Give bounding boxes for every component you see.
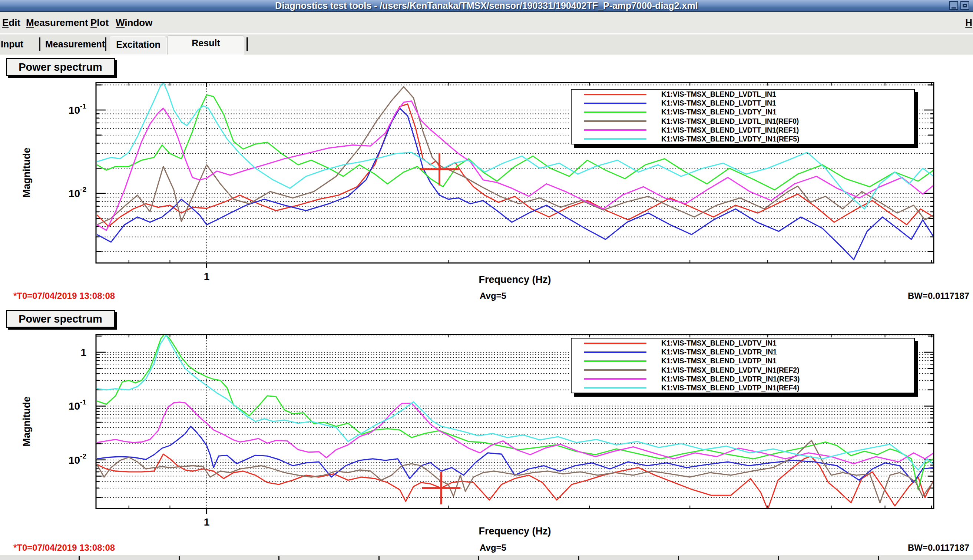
- plot2-ylabel: Magnitude: [21, 397, 33, 447]
- strip-tick: [778, 556, 779, 560]
- legend-channel-name: K1:VIS-TMSX_BLEND_LVDTL_IN1(REF0): [661, 117, 799, 125]
- maximize-button[interactable]: [960, 1, 969, 10]
- strip-tick: [878, 556, 879, 560]
- strip-tick: [179, 556, 180, 560]
- y-axis-label: 1: [80, 347, 86, 358]
- legend-channel-name: K1:VIS-TMSX_BLEND_LVDTP_IN1(REF4): [661, 384, 799, 392]
- plot1-ylabel: Magnitude: [21, 148, 33, 198]
- plot2-legend[interactable]: K1:VIS-TMSX_BLEND_LVDTV_IN1K1:VIS-TMSX_B…: [571, 338, 915, 393]
- title-bar[interactable]: Diagnostics test tools - /users/KenTanak…: [0, 0, 973, 12]
- legend-channel-name: K1:VIS-TMSX_BLEND_LVDTT_IN1(REF1): [661, 126, 799, 135]
- legend-entry[interactable]: K1:VIS-TMSX_BLEND_LVDTR_IN1: [572, 348, 914, 356]
- legend-channel-name: K1:VIS-TMSX_BLEND_LVDTR_IN1: [661, 348, 777, 356]
- legend-line-sample: [584, 112, 647, 113]
- legend-entry[interactable]: K1:VIS-TMSX_BLEND_LVDTT_IN1(REF1): [572, 126, 914, 135]
- tab-result-label: Result: [168, 38, 244, 48]
- legend-line-sample: [584, 138, 647, 140]
- menu-measurement[interactable]: Measurement: [26, 17, 88, 28]
- y-axis-label: 10-2: [69, 185, 86, 199]
- legend-entry[interactable]: K1:VIS-TMSX_BLEND_LVDTT_IN1: [572, 99, 914, 107]
- minimize-icon: [951, 7, 956, 8]
- legend-entry[interactable]: K1:VIS-TMSX_BLEND_LVDTY_IN1(REF5): [572, 135, 914, 143]
- plot2-avg: Avg=5: [480, 543, 507, 553]
- tab-input[interactable]: Input: [1, 39, 23, 50]
- plot1-t0-stamp: *T0=07/04/2019 13:08:08: [13, 291, 115, 301]
- tab-measurement[interactable]: Measurement: [45, 39, 105, 50]
- tab-separator: [39, 37, 40, 51]
- legend-entry[interactable]: K1:VIS-TMSX_BLEND_LVDTL_IN1(REF0): [572, 117, 914, 125]
- plot2-t0-stamp: *T0=07/04/2019 13:08:08: [13, 543, 115, 553]
- tab-bar: Input Measurement Excitation Result: [0, 35, 973, 55]
- legend-line-sample: [584, 352, 647, 353]
- x-axis-label: 1: [204, 516, 210, 528]
- plot2-xlabel: Frequency (Hz): [478, 525, 551, 537]
- plot1-title-pave: Power spectrum: [6, 58, 115, 76]
- legend-channel-name: K1:VIS-TMSX_BLEND_LVDTV_IN1(REF2): [661, 366, 799, 375]
- legend-line-sample: [584, 378, 647, 380]
- legend-line-sample: [584, 129, 647, 131]
- tab-result-selected[interactable]: Result: [167, 35, 244, 55]
- legend-line-sample: [584, 94, 647, 95]
- legend-line-sample: [584, 360, 647, 362]
- legend-channel-name: K1:VIS-TMSX_BLEND_LVDTP_IN1: [661, 357, 777, 365]
- tab-separator: [105, 37, 106, 51]
- legend-line-sample: [584, 120, 647, 122]
- legend-entry[interactable]: K1:VIS-TMSX_BLEND_LVDTP_IN1(REF4): [572, 384, 914, 392]
- legend-line-sample: [584, 343, 647, 344]
- y-axis-label: 10-2: [69, 452, 86, 466]
- y-axis-label: 10-1: [69, 398, 86, 412]
- plot2-bw: BW=0.0117187: [908, 543, 969, 553]
- bottom-panel-edge: [0, 553, 973, 560]
- legend-channel-name: K1:VIS-TMSX_BLEND_LVDTY_IN1(REF5): [661, 135, 799, 143]
- strip-tick: [478, 556, 479, 560]
- legend-channel-name: K1:VIS-TMSX_BLEND_LVDTV_IN1: [661, 339, 777, 347]
- tab-excitation-label: Excitation: [110, 39, 166, 50]
- legend-entry[interactable]: K1:VIS-TMSX_BLEND_LVDTR_IN1(REF3): [572, 375, 914, 383]
- legend-channel-name: K1:VIS-TMSX_BLEND_LVDTR_IN1(REF3): [661, 375, 799, 383]
- menu-plot[interactable]: Plot: [90, 17, 109, 28]
- app-window: { "window": { "title": "Diagnostics test…: [0, 0, 973, 560]
- legend-line-sample: [584, 369, 647, 371]
- legend-channel-name: K1:VIS-TMSX_BLEND_LVDTT_IN1: [661, 99, 776, 107]
- legend-channel-name: K1:VIS-TMSX_BLEND_LVDTL_IN1: [661, 90, 776, 98]
- plot1-bw: BW=0.0117187: [908, 291, 969, 301]
- plot1-avg: Avg=5: [480, 291, 507, 301]
- strip-tick: [378, 556, 380, 560]
- legend-line-sample: [584, 103, 647, 104]
- menu-bar: Edit Measurement Plot Window H: [0, 12, 973, 35]
- legend-line-sample: [584, 387, 647, 388]
- window-title: Diagnostics test tools - /users/KenTanak…: [0, 0, 973, 11]
- y-axis-label: 10-1: [69, 102, 86, 116]
- tab-separator: [246, 37, 248, 51]
- x-axis-label: 1: [204, 271, 210, 282]
- plot1-legend[interactable]: K1:VIS-TMSX_BLEND_LVDTL_IN1K1:VIS-TMSX_B…: [571, 89, 915, 145]
- tab-excitation[interactable]: Excitation: [110, 36, 167, 55]
- legend-entry[interactable]: K1:VIS-TMSX_BLEND_LVDTV_IN1: [572, 339, 914, 347]
- plot2-title-pave: Power spectrum: [6, 310, 115, 328]
- legend-channel-name: K1:VIS-TMSX_BLEND_LVDTY_IN1: [661, 108, 777, 116]
- plot1-xlabel: Frequency (Hz): [478, 274, 551, 285]
- minimize-button[interactable]: [949, 1, 958, 10]
- menu-help[interactable]: H: [965, 17, 972, 28]
- legend-entry[interactable]: K1:VIS-TMSX_BLEND_LVDTL_IN1: [572, 90, 914, 98]
- maximize-icon: [963, 4, 967, 7]
- strip-tick: [578, 556, 579, 560]
- strip-tick: [678, 556, 679, 560]
- strip-tick: [79, 556, 80, 560]
- menu-window[interactable]: Window: [115, 17, 152, 28]
- legend-entry[interactable]: K1:VIS-TMSX_BLEND_LVDTP_IN1: [572, 357, 914, 365]
- strip-tick: [278, 556, 279, 560]
- menu-edit[interactable]: Edit: [2, 17, 20, 28]
- legend-entry[interactable]: K1:VIS-TMSX_BLEND_LVDTY_IN1: [572, 108, 914, 116]
- legend-entry[interactable]: K1:VIS-TMSX_BLEND_LVDTV_IN1(REF2): [572, 366, 914, 375]
